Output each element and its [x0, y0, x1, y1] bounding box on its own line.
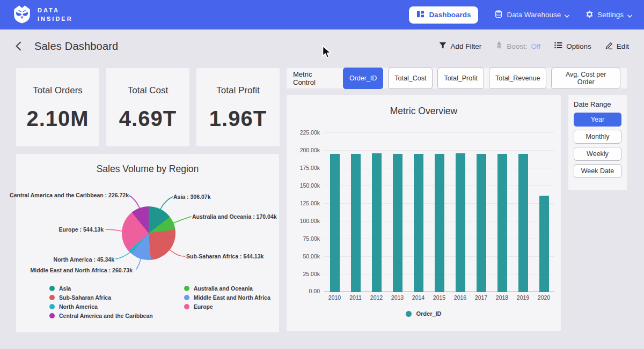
page-header: Sales Dashboard Add Filter Boost: Off [0, 29, 644, 63]
pie-label-north-america: North America : 45.34k [54, 256, 114, 263]
pie-legend-item-europe[interactable]: Europe [184, 303, 270, 310]
bar-2012[interactable] [372, 153, 382, 292]
filter-funnel-icon [439, 42, 447, 51]
metric-control-label: Metric Control [293, 70, 336, 86]
pie-legend-item-central-america-and-the-caribbean[interactable]: Central America and the Caribbean [49, 313, 153, 319]
options-list-icon [554, 42, 562, 50]
options-label: Options [566, 42, 591, 50]
y-tick-label: 100.00k [300, 218, 320, 224]
bar-2014[interactable] [414, 154, 423, 292]
metric-control-bar: Metric Control Order_IDTotal_CostTotal_P… [287, 68, 627, 88]
metric-overview-chart-card: Metric Overview 0.0025.00k50.00k75.00k10… [287, 95, 561, 331]
bar-chart-legend[interactable]: Order_ID [287, 310, 561, 317]
edit-button[interactable]: Edit [605, 42, 629, 51]
x-tick-2012: 2012 [366, 294, 387, 301]
bar-2010[interactable] [330, 154, 340, 292]
bar-2020[interactable] [539, 196, 549, 292]
bar-2017[interactable] [477, 154, 486, 292]
pie-label-central-america-and-the-caribbean: Central America and the Caribbean : 226.… [10, 192, 129, 198]
legend-dot [49, 286, 55, 291]
x-tick-2010: 2010 [324, 294, 345, 301]
metric-option-total-cost[interactable]: Total_Cost [388, 68, 433, 89]
legend-label: Asia [59, 285, 71, 292]
date-range-options: YearMonthlyWeeklyWeek Date [574, 113, 621, 178]
nav-settings-label: Settings [597, 11, 624, 19]
options-button[interactable]: Options [554, 42, 591, 50]
page-title: Sales Dashboard [34, 40, 118, 53]
metric-option-total-revenue[interactable]: Total_Revenue [489, 68, 546, 89]
x-tick-2018: 2018 [492, 294, 513, 301]
x-tick-2016: 2016 [450, 294, 471, 301]
pie-label-europe: Europe : 544.13k [59, 226, 104, 233]
legend-dot [49, 313, 55, 318]
y-tick-label: 225.00k [300, 129, 320, 136]
nav-data-warehouse-button[interactable]: Data Warehouse [494, 10, 569, 20]
bar-2013[interactable] [393, 154, 402, 292]
pie-label-australia-and-oceania: Australia and Oceania : 170.04k [192, 213, 277, 220]
sales-volume-pie-card: Sales Volume by Region Asia : 306.07kAus… [16, 154, 279, 332]
y-tick-label: 50.00k [303, 253, 320, 259]
date-range-option-week-date[interactable]: Week Date [574, 164, 621, 178]
pie-legend-item-sub-saharan-africa[interactable]: Sub-Saharan Africa [49, 294, 153, 301]
metric-option-order-id[interactable]: Order_ID [343, 68, 383, 89]
pie-legend-item-north-america[interactable]: North America [49, 303, 153, 310]
boost-toggle[interactable]: Boost: Off [495, 41, 540, 51]
brand: DATA INSIDER [12, 3, 73, 27]
x-tick-2015: 2015 [429, 294, 450, 301]
date-range-option-monthly[interactable]: Monthly [574, 130, 621, 144]
kpi-card-total-orders: Total Orders 2.10M [16, 68, 99, 146]
y-tick-label: 175.00k [300, 165, 320, 171]
boost-state: Off [531, 42, 540, 50]
y-tick-label: 75.00k [303, 235, 320, 242]
bar-chart-x-axis: 2010201120122013201420152016201720182019… [324, 294, 554, 301]
date-range-option-weekly[interactable]: Weekly [574, 147, 621, 161]
metric-option-total-profit[interactable]: Total_Profit [437, 68, 484, 89]
x-tick-2020: 2020 [533, 294, 554, 301]
add-filter-button[interactable]: Add Filter [439, 42, 481, 51]
pie-legend-item-australia-and-oceania[interactable]: Australia and Oceania [184, 285, 270, 292]
bar-2019[interactable] [518, 154, 528, 292]
date-range-option-year[interactable]: Year [574, 113, 621, 127]
pencil-icon [605, 42, 613, 51]
pie-label-sub-saharan-africa: Sub-Saharan Africa : 544.13k [186, 253, 264, 259]
y-tick-label: 150.00k [300, 182, 320, 189]
kpi-label: Total Profit [216, 85, 259, 96]
pie-legend-item-middle-east-and-north-africa[interactable]: Middle East and North Africa [184, 294, 270, 301]
pie-legend-item-asia[interactable]: Asia [49, 285, 153, 292]
y-tick-label: 125.00k [300, 200, 320, 206]
add-filter-label: Add Filter [450, 42, 481, 50]
top-nav-bar: DATA INSIDER Dashboards Da [0, 0, 644, 29]
back-button[interactable] [15, 40, 27, 52]
bar-2015[interactable] [435, 154, 444, 292]
nav-settings-button[interactable]: Settings [586, 10, 632, 20]
kpi-value: 2.10M [26, 107, 89, 131]
legend-dot [184, 304, 189, 309]
legend-label: Australia and Oceania [194, 285, 253, 292]
kpi-label: Total Orders [33, 85, 83, 96]
kpi-card-total-profit: Total Profit 1.96T [196, 68, 280, 146]
kpi-label: Total Cost [128, 85, 169, 96]
nav-dashboards-button[interactable]: Dashboards [409, 6, 478, 24]
nav-dashboards-label: Dashboards [429, 11, 471, 19]
x-tick-2019: 2019 [513, 294, 533, 301]
bar-2016[interactable] [456, 153, 465, 292]
edit-label: Edit [617, 42, 629, 50]
metric-option-avg-cost-per-order[interactable]: Avg. Cost per Order [551, 68, 620, 89]
bar-2018[interactable] [497, 154, 507, 292]
boost-label: Boost: [507, 42, 527, 50]
legend-label-order-id: Order_ID [416, 310, 441, 317]
legend-dot [184, 286, 189, 291]
bar-2011[interactable] [351, 154, 361, 292]
pie-chart[interactable] [122, 206, 175, 260]
legend-label: Central America and the Caribbean [59, 313, 153, 319]
gear-icon [586, 10, 594, 20]
x-tick-2011: 2011 [345, 294, 366, 301]
legend-dot [49, 304, 55, 309]
legend-dot [406, 311, 412, 317]
date-range-card: Date Range YearMonthlyWeeklyWeek Date [568, 95, 627, 190]
date-range-label: Date Range [574, 100, 621, 108]
pie-label-asia: Asia : 306.07k [173, 194, 210, 200]
pie-chart-title: Sales Volume by Region [16, 164, 279, 175]
pie-chart-legend: AsiaSub-Saharan AfricaNorth AmericaCentr… [49, 285, 270, 319]
pie-label-middle-east-and-north-africa: Middle East and North Africa : 260.73k [31, 267, 133, 273]
